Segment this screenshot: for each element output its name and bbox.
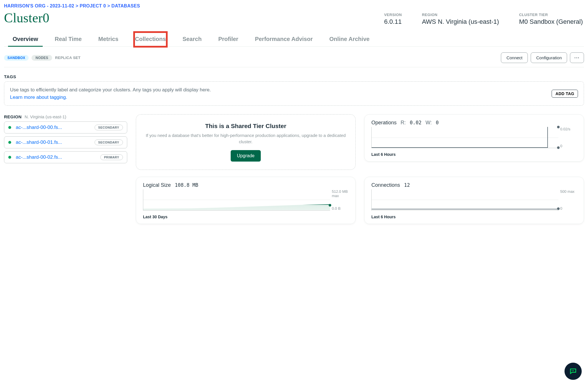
chart-area — [371, 127, 558, 148]
connect-button[interactable]: Connect — [501, 52, 528, 63]
tab-collections[interactable]: Collections — [134, 32, 166, 46]
tab-advisor[interactable]: Performance Advisor — [254, 32, 313, 46]
upgrade-button[interactable]: Upgrade — [231, 150, 261, 162]
cluster-title: Cluster0 — [4, 10, 49, 25]
chart-range: Last 30 Days — [143, 215, 348, 219]
breadcrumb-org[interactable]: HARRISON'S ORG - 2023-11-02 — [4, 3, 74, 8]
y-bottom: 0.0 B — [332, 206, 348, 211]
chart-title: Logical Size — [143, 182, 171, 188]
node-role: SECONDARY — [95, 125, 123, 130]
status-dot-icon — [8, 141, 11, 144]
node-name[interactable]: ac-...shard-00-00.fs... — [16, 125, 62, 130]
node-row[interactable]: ac-...shard-00-02.fs... PRIMARY — [4, 151, 127, 163]
y-bottom: 0 — [560, 144, 577, 148]
tab-profiler[interactable]: Profiler — [218, 32, 239, 46]
tab-archive[interactable]: Online Archive — [329, 32, 370, 46]
breadcrumb[interactable]: HARRISON'S ORG - 2023-11-02 > PROJECT 0 … — [4, 3, 584, 9]
y-top: 512.0 MB max — [332, 189, 348, 198]
node-row[interactable]: ac-...shard-00-00.fs... SECONDARY — [4, 121, 127, 133]
tab-overview[interactable]: Overview — [12, 32, 39, 46]
tier-value: M0 Sandbox (General) — [519, 18, 583, 25]
chart-title: Operations — [371, 120, 397, 126]
add-tag-button[interactable]: ADD TAG — [552, 90, 578, 98]
logical-size-chart[interactable]: Logical Size 108.8 MB 512.0 MB max 0.0 B… — [136, 177, 356, 224]
shared-tier-desc: If you need a database that's better for… — [145, 132, 347, 145]
more-actions-button[interactable]: ··· — [570, 52, 584, 63]
region-header: REGION N. Virginia (us-east-1) — [4, 114, 127, 119]
breadcrumb-section[interactable]: DATABASES — [111, 3, 140, 8]
node-role: SECONDARY — [95, 140, 123, 145]
badge-nodes[interactable]: NODES — [32, 55, 52, 61]
status-dot-icon — [8, 126, 11, 129]
chart-area — [143, 189, 330, 211]
replica-set-label: REPLICA SET — [55, 56, 81, 60]
version-value: 6.0.11 — [384, 18, 402, 25]
chart-range: Last 6 Hours — [371, 152, 577, 157]
shared-tier-card: This is a Shared Tier Cluster If you nee… — [136, 114, 356, 170]
tags-learn-more-link[interactable]: Learn more about tagging. — [10, 95, 67, 100]
tags-box: Use tags to efficiently label and catego… — [4, 81, 584, 106]
tab-realtime[interactable]: Real Time — [54, 32, 82, 46]
region-value: AWS N. Virginia (us-east-1) — [422, 18, 499, 25]
tags-title: TAGS — [4, 74, 584, 79]
node-name[interactable]: ac-...shard-00-02.fs... — [16, 154, 62, 160]
chart-area — [371, 189, 558, 211]
divider — [4, 67, 584, 67]
version-label: VERSION — [384, 13, 402, 17]
configuration-button[interactable]: Configuration — [531, 52, 567, 63]
tier-label: CLUSTER TIER — [519, 13, 583, 17]
node-role: PRIMARY — [100, 154, 123, 160]
tab-search[interactable]: Search — [182, 32, 202, 46]
y-top: 500 max — [560, 189, 577, 194]
cluster-meta: VERSION 6.0.11 REGION AWS N. Virginia (u… — [384, 13, 584, 25]
region-label: REGION — [422, 13, 499, 17]
tags-text: Use tags to efficiently label and catego… — [10, 87, 211, 93]
chart-title: Connections — [371, 182, 400, 188]
breadcrumb-project[interactable]: PROJECT 0 — [80, 3, 106, 8]
tabs: Overview Real Time Metrics Collections S… — [4, 32, 584, 47]
y-bottom: 0 — [560, 206, 577, 211]
connections-chart[interactable]: Connections 12 500 max 0 Last 6 Hours — [364, 177, 584, 224]
operations-chart[interactable]: Operations R: 0.02 W: 0 0.02/s 0 — [364, 114, 584, 162]
badge-sandbox: SANDBOX — [4, 55, 29, 61]
status-dot-icon — [8, 156, 11, 159]
node-name[interactable]: ac-...shard-00-01.fs... — [16, 140, 62, 145]
node-row[interactable]: ac-...shard-00-01.fs... SECONDARY — [4, 136, 127, 148]
y-top: 0.02/s — [560, 127, 577, 131]
shared-tier-title: This is a Shared Tier Cluster — [145, 123, 347, 129]
chart-range: Last 6 Hours — [371, 215, 577, 219]
tab-metrics[interactable]: Metrics — [98, 32, 119, 46]
